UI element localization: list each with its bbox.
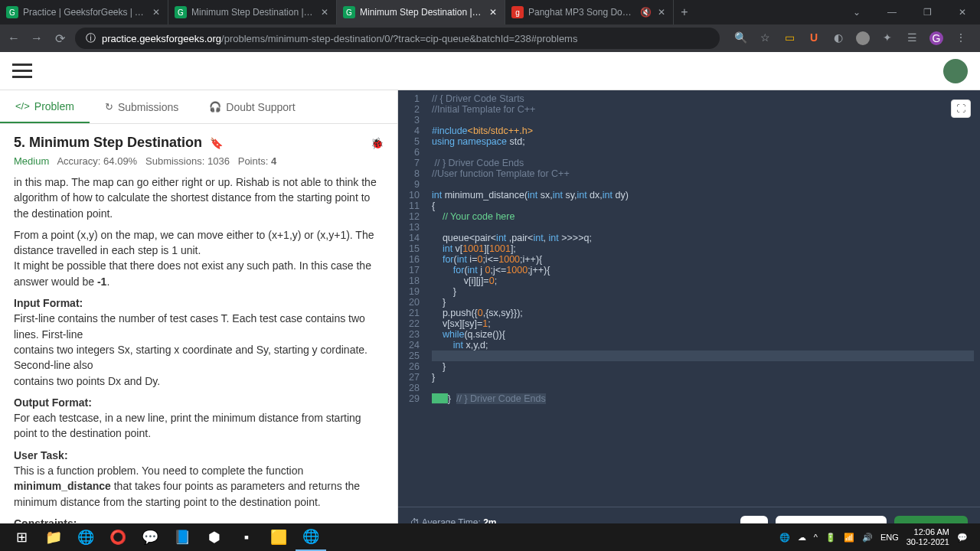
problem-meta: Medium Accuracy: 64.09% Submissions: 103… bbox=[14, 155, 384, 167]
favicon-icon: G bbox=[343, 6, 355, 18]
chrome-running-icon[interactable]: 🌐 bbox=[296, 523, 326, 551]
tab-title: Minimum Step Destination | Prac bbox=[360, 7, 483, 18]
chrome-icon[interactable]: 🌐 bbox=[70, 523, 101, 551]
system-tray[interactable]: 🌐 ☁ ^ 🔋 📶 🔊 ENG 12:06 AM 30-12-2021 💬 bbox=[779, 527, 974, 547]
tab-label: Submissions bbox=[118, 101, 178, 113]
close-window-button[interactable]: ✕ bbox=[945, 0, 980, 24]
close-tab-icon[interactable]: ✕ bbox=[656, 7, 667, 18]
close-tab-icon[interactable]: ✕ bbox=[319, 7, 330, 18]
wifi-icon[interactable]: 📶 bbox=[844, 533, 854, 543]
url-host: practice.geeksforgeeks.org bbox=[102, 33, 221, 44]
menu-icon[interactable]: ⋮ bbox=[954, 31, 968, 45]
node-icon[interactable]: ⬢ bbox=[199, 523, 230, 551]
favicon-icon: G bbox=[175, 6, 187, 18]
favicon-icon: G bbox=[6, 6, 18, 18]
back-button[interactable]: ← bbox=[6, 31, 21, 45]
problem-panel: </>Problem ↻Submissions 🎧Doubt Support 5… bbox=[0, 90, 398, 551]
forward-button[interactable]: → bbox=[29, 31, 44, 45]
tab-problem[interactable]: </>Problem bbox=[0, 90, 90, 123]
favicon-icon: g bbox=[511, 6, 524, 18]
ublock-icon[interactable]: U bbox=[807, 31, 821, 45]
browser-titlebar: GPractice | GeeksforGeeks | A com✕GMinim… bbox=[0, 0, 980, 24]
windows-taskbar: ⊞ 📁 🌐 ⭕ 💬 📘 ⬢ ▪ 🟨 🌐 🌐 ☁ ^ 🔋 📶 🔊 ENG 12:0… bbox=[0, 523, 980, 551]
page-header bbox=[0, 52, 980, 90]
hamburger-menu[interactable] bbox=[12, 64, 32, 78]
star-icon[interactable]: ☆ bbox=[758, 31, 772, 45]
extension-icon[interactable]: ▭ bbox=[782, 31, 796, 45]
volume-icon[interactable]: 🔊 bbox=[862, 533, 873, 543]
maximize-button[interactable]: ❐ bbox=[910, 0, 945, 24]
new-tab-button[interactable]: + bbox=[674, 5, 695, 19]
tab-doubt-support[interactable]: 🎧Doubt Support bbox=[194, 90, 310, 123]
tab-label: Doubt Support bbox=[226, 101, 295, 113]
start-button[interactable]: ⊞ bbox=[6, 523, 37, 551]
problem-title: 5. Minimum Step Destination bbox=[14, 135, 202, 151]
browser-tab[interactable]: GPractice | GeeksforGeeks | A com✕ bbox=[0, 0, 168, 24]
browser-tab[interactable]: gPanghat MP3 Song Downloa🔇✕ bbox=[505, 0, 674, 24]
user-avatar[interactable] bbox=[943, 59, 968, 83]
tray-icon[interactable]: ☁ bbox=[798, 533, 806, 543]
url-path: /problems/minimum-step-destination/0/?tr… bbox=[221, 33, 577, 44]
address-bar: ← → ⟳ ⓘ practice.geeksforgeeks.org/probl… bbox=[0, 24, 980, 52]
close-tab-icon[interactable]: ✕ bbox=[151, 7, 162, 18]
tab-title: Minimum Step Destination | Prac bbox=[191, 7, 315, 18]
profile-avatar[interactable]: G bbox=[929, 31, 943, 45]
reading-list-icon[interactable]: ☰ bbox=[905, 31, 919, 45]
chevron-up-icon[interactable]: ^ bbox=[814, 533, 818, 542]
language-indicator[interactable]: ENG bbox=[880, 533, 899, 542]
reload-button[interactable]: ⟳ bbox=[52, 31, 67, 46]
chevron-down-icon[interactable]: ⌄ bbox=[839, 0, 874, 24]
tab-label: Problem bbox=[34, 100, 74, 112]
close-tab-icon[interactable]: ✕ bbox=[488, 7, 498, 18]
mute-icon: 🔇 bbox=[640, 7, 652, 18]
file-explorer-icon[interactable]: 📁 bbox=[38, 523, 69, 551]
bug-icon[interactable]: 🐞 bbox=[371, 137, 384, 149]
zoom-icon[interactable]: 🔍 bbox=[733, 31, 747, 45]
vscode-icon[interactable]: 📘 bbox=[167, 523, 198, 551]
expand-icon[interactable]: ⛶ bbox=[951, 99, 971, 118]
bookmark-icon[interactable]: 🔖 bbox=[210, 137, 223, 149]
tab-submissions[interactable]: ↻Submissions bbox=[90, 90, 194, 123]
terminal-icon[interactable]: ▪ bbox=[231, 523, 262, 551]
messenger-icon[interactable]: 💬 bbox=[135, 523, 165, 551]
extensions-icon[interactable]: ✦ bbox=[880, 31, 894, 45]
tray-icon[interactable]: 🌐 bbox=[779, 533, 790, 543]
clock[interactable]: 12:06 AM 30-12-2021 bbox=[906, 527, 949, 547]
extension-icon-3[interactable] bbox=[856, 31, 870, 45]
battery-icon[interactable]: 🔋 bbox=[825, 533, 836, 543]
problem-description: in this map. The map can go either right… bbox=[14, 174, 384, 551]
tab-title: Practice | GeeksforGeeks | A com bbox=[23, 7, 146, 18]
browser-tab[interactable]: GMinimum Step Destination | Prac✕ bbox=[337, 0, 505, 24]
notifications-icon[interactable]: 💬 bbox=[957, 533, 968, 543]
url-field[interactable]: ⓘ practice.geeksforgeeks.org/problems/mi… bbox=[75, 28, 720, 49]
browser-tab[interactable]: GMinimum Step Destination | Prac✕ bbox=[168, 0, 337, 24]
obs-icon[interactable]: ⭕ bbox=[103, 523, 133, 551]
editor-panel: 1234567891011121314151617181920212223242… bbox=[398, 90, 980, 551]
app-icon[interactable]: 🟨 bbox=[263, 523, 294, 551]
code-editor[interactable]: 1234567891011121314151617181920212223242… bbox=[398, 90, 980, 507]
tab-title: Panghat MP3 Song Downloa bbox=[528, 7, 635, 18]
extension-icon-2[interactable]: ◐ bbox=[831, 31, 845, 45]
minimize-button[interactable]: — bbox=[874, 0, 910, 24]
